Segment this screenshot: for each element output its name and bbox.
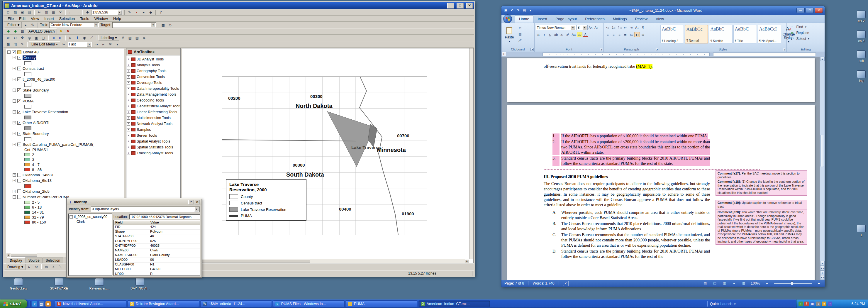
layer-checkbox[interactable] <box>17 189 21 193</box>
chevron-down-icon[interactable]: ▼ <box>571 26 575 30</box>
identify-results-tree[interactable]: − tl_2008_us_county00 Clark <box>68 214 112 276</box>
list-text[interactable]: Wherever possible, each PUMA should comp… <box>561 210 710 221</box>
collapse-icon[interactable]: − <box>12 56 16 59</box>
toc-tab-display[interactable]: Display <box>7 257 25 263</box>
list-text[interactable]: Standard census tracts are the primary b… <box>561 156 710 166</box>
scrollbar-thumb[interactable] <box>820 135 824 167</box>
expand-icon[interactable]: + <box>127 111 130 114</box>
select-features-icon[interactable]: ▸ <box>67 35 73 41</box>
field-value[interactable]: H1 <box>149 263 200 267</box>
apollo-search-button[interactable]: APOLLO Search <box>26 28 57 34</box>
quick-launch-toolbar[interactable]: Quick Launch » <box>707 301 736 307</box>
layer-item[interactable]: −✓PUMA <box>7 98 123 104</box>
document-page[interactable]: off-reservation trust lands for federall… <box>507 58 815 102</box>
start-button[interactable]: start <box>0 300 27 308</box>
task-combo[interactable]: Create New Feature ▼ <box>49 22 99 28</box>
font-size-combo[interactable]: 8 ▼ <box>577 25 588 30</box>
expand-icon[interactable]: + <box>127 152 130 155</box>
bullets-icon[interactable]: •≡ <box>605 25 611 30</box>
field-value[interactable]: Polygon <box>149 230 200 235</box>
arctoolbox-header[interactable]: ArcToolbox <box>126 49 180 56</box>
class-swatch[interactable] <box>24 153 30 156</box>
layer-name[interactable]: Oklahoma_2to5 <box>23 189 50 194</box>
zoom-slider-thumb[interactable] <box>791 281 793 285</box>
new-document-icon[interactable]: □ <box>5 9 11 15</box>
desktop-icon[interactable]: es 8 <box>850 31 868 42</box>
layer-item[interactable]: +Oklahoma_14to31 <box>7 172 123 178</box>
target-combo[interactable]: ▼ <box>112 22 156 28</box>
expand-icon[interactable]: + <box>127 69 130 73</box>
list-text[interactable]: If the AIR/ORTL has a population of <200… <box>561 139 710 155</box>
layer-item[interactable]: −✓County <box>7 55 123 60</box>
layer-symbol[interactable] <box>7 93 123 98</box>
select-elements-icon[interactable]: ▸ <box>26 264 33 270</box>
menu-tools[interactable]: Tools <box>78 16 91 21</box>
forward-extent-icon[interactable]: ► <box>57 35 64 41</box>
layer-symbol[interactable] <box>7 126 123 131</box>
save-icon[interactable]: ▣ <box>19 9 26 15</box>
lock-labels-icon[interactable]: ◈ <box>141 35 147 41</box>
ruler[interactable]: L <box>501 52 825 57</box>
replace-button[interactable]: ⇄ Replace <box>788 30 824 36</box>
desktop-icon[interactable]: soft <box>850 51 868 62</box>
taskbar-button[interactable]: W~$MA_criteria_11.24... <box>200 300 272 307</box>
scrollbar-thumb[interactable] <box>11 253 37 257</box>
toolbox-item[interactable]: +Analysis Tools <box>127 62 180 68</box>
outline-view-icon[interactable]: ≡ <box>731 281 737 286</box>
symbol-swatch[interactable] <box>24 83 31 87</box>
fast-combo[interactable]: Fast ▼ <box>68 42 92 47</box>
zoom-out-icon[interactable]: ⊖ <box>12 35 19 41</box>
menu-file[interactable]: File <box>5 16 16 21</box>
dialog-launcher-icon[interactable]: ◢ <box>600 48 603 51</box>
add-green2-icon[interactable]: ✚ <box>12 28 19 34</box>
chevron-down-icon[interactable]: ▼ <box>94 23 98 27</box>
collapse-icon[interactable]: − <box>12 67 16 70</box>
field-name[interactable]: UR00 <box>114 272 149 276</box>
toolbox-item[interactable]: +Cartography Tools <box>127 68 180 74</box>
layer-checkbox[interactable] <box>17 195 21 199</box>
field-value[interactable]: 424 <box>149 225 200 230</box>
layer-checkbox[interactable]: ✓ <box>17 110 21 114</box>
layer-name[interactable]: State Boundary <box>23 131 49 136</box>
commandline-icon[interactable]: ▸ <box>141 9 147 15</box>
change-case-icon[interactable]: Aa <box>571 32 577 37</box>
flag-yellow-icon[interactable]: ⚑ <box>58 28 64 34</box>
expand-icon[interactable]: + <box>127 146 130 149</box>
menu-selection[interactable]: Selection <box>57 16 77 21</box>
comment-box[interactable]: Comment [a19]: Update caption to remove … <box>715 200 807 210</box>
collapse-icon[interactable]: − <box>12 132 16 135</box>
identify-feature-name[interactable]: Clark <box>76 220 85 224</box>
label-icon[interactable]: A <box>120 35 126 41</box>
chevron-down-icon[interactable]: ▼ <box>87 42 91 47</box>
sort-icon[interactable]: A↓ <box>634 25 640 30</box>
toc-tab-selection[interactable]: Selection <box>43 257 63 263</box>
symbol-swatch[interactable] <box>24 137 31 141</box>
symbol-swatch[interactable] <box>24 94 31 98</box>
multilevel-list-icon[interactable]: ⋮≡ <box>617 25 622 30</box>
tray-app-icon[interactable]: ▪ <box>828 302 832 306</box>
strikethrough-icon[interactable]: ab <box>553 32 559 37</box>
layer-item[interactable]: −✓SouthCarolina_PUMA_partsCnt_PUMAS( <box>7 142 123 147</box>
layer-name[interactable]: State Boundary <box>23 88 49 92</box>
class-swatch[interactable] <box>24 168 30 171</box>
document-vertical-scrollbar[interactable]: ▲ ▼ ▲▲ ● ▼▼ <box>819 57 825 280</box>
collapse-icon[interactable]: − <box>12 179 16 182</box>
taskbar-clock[interactable]: 6:24 PM <box>851 302 865 306</box>
arcmap-titlebar[interactable]: American_Indian_CT.mxd - ArcMap - ArcInf… <box>3 2 474 9</box>
tab-mailings[interactable]: Mailings <box>609 16 631 23</box>
print-icon[interactable]: ▤ <box>26 9 33 15</box>
circle-tool-icon[interactable]: ○ <box>50 264 57 270</box>
list-item[interactable]: D.Standard census tracts are the primary… <box>553 249 710 259</box>
align-right-icon[interactable]: ≡ <box>617 32 622 37</box>
list-item[interactable]: 3.Standard census tracts are the primary… <box>553 156 710 166</box>
flag-red-icon[interactable]: ⚑ <box>64 28 71 34</box>
layer-item[interactable]: −✓Other AIR/ORTL <box>7 120 123 126</box>
field-value[interactable]: Clark <box>149 248 200 253</box>
highlight-color-icon[interactable]: ab <box>577 32 582 37</box>
class-swatch[interactable] <box>24 163 30 166</box>
expand-icon[interactable]: + <box>12 173 16 177</box>
tab-references[interactable]: References <box>581 16 608 23</box>
layer-name[interactable]: Oklahoma_6to13 <box>23 178 52 183</box>
app-shortcut-icon[interactable]: ◆ <box>45 301 51 307</box>
symbol-swatch[interactable] <box>24 126 31 130</box>
